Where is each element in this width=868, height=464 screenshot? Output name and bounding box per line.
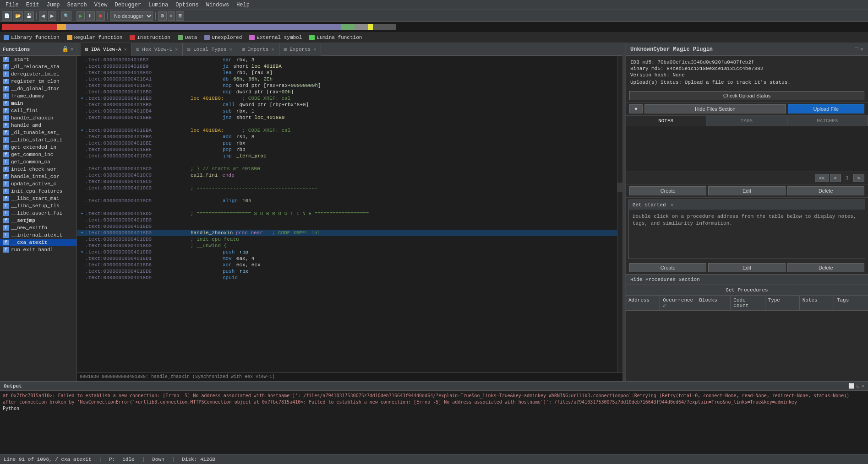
list-item[interactable]: f __cxa_atexit [0, 239, 76, 246]
list-item[interactable]: f call_fini [0, 107, 76, 114]
list-item[interactable]: f handle_amd [0, 122, 76, 129]
list-item[interactable]: f frame_dummy [0, 92, 76, 100]
tab-ida-view[interactable]: ⊞ IDA View-A ✕ [81, 43, 132, 56]
menu-view[interactable]: View [91, 2, 111, 8]
output-content[interactable]: at 0x7fbc7815a410>: Failed to establish … [0, 391, 868, 454]
toolbar-new[interactable]: 📄 [2, 11, 12, 21]
create-button-1[interactable]: Create [629, 186, 706, 195]
hide-files-button[interactable]: Hide Files Section [644, 104, 786, 113]
delete-button-2[interactable]: Delete [787, 263, 864, 272]
list-item[interactable]: f __internal_atexit [0, 232, 76, 239]
func-label: __cxa_atexit [11, 240, 47, 245]
menu-windows[interactable]: Windows [202, 2, 233, 8]
list-item[interactable]: f run exit handl [0, 246, 76, 254]
tab-close-types[interactable]: ✕ [229, 47, 232, 52]
toolbar-open[interactable]: 📂 [13, 11, 23, 21]
toolbar-extra2[interactable]: ≡ [168, 11, 175, 21]
tab-close-hex[interactable]: ✕ [175, 47, 178, 52]
functions-close-icon[interactable]: ✕ [71, 46, 74, 53]
tab-local-types[interactable]: ⊞ Local Types ✕ [183, 43, 237, 56]
legend-label-unexplored: Unexplored [212, 35, 242, 40]
list-item[interactable]: f handle_zhaoxin [0, 114, 76, 122]
edit-button-2[interactable]: Edit [708, 263, 785, 272]
list-item[interactable]: f init_cpu_features [0, 188, 76, 195]
hide-procedures-button[interactable]: Hide Procedures Section [626, 274, 868, 285]
menu-jump[interactable]: Jump [43, 2, 64, 8]
tab-matches[interactable]: MATCHES [787, 116, 868, 126]
toolbar-search[interactable]: 🔍 [61, 11, 71, 21]
tab-icon: ⊞ [85, 46, 88, 52]
list-item[interactable]: f _dl_tunable_set_ [0, 129, 76, 136]
list-item[interactable]: f __libc_start_mai [0, 195, 76, 202]
plugin-min-icon[interactable]: _ [850, 46, 853, 53]
delete-button-1[interactable]: Delete [787, 186, 864, 195]
list-item[interactable]: f intel_check_wor [0, 166, 76, 173]
code-line: .text:00000000004018D0; init_cpu_featu [77, 236, 617, 243]
list-item[interactable]: f _start [0, 56, 76, 63]
menu-file[interactable]: File [2, 2, 22, 8]
output-max-icon[interactable]: ⊡ [857, 383, 860, 389]
func-label: __new_exitfn [11, 225, 47, 231]
toolbar-forward[interactable]: ▶ [48, 11, 56, 21]
crud-row-2: Create Edit Delete [626, 261, 868, 274]
menu-help[interactable]: Help [233, 2, 253, 8]
create-button-2[interactable]: Create [629, 263, 706, 272]
tab-tags[interactable]: TAGS [706, 116, 787, 126]
page-prev-button[interactable]: < [830, 174, 841, 182]
page-next-button[interactable]: > [853, 174, 864, 182]
list-item[interactable]: f __libc_setup_tls [0, 202, 76, 210]
list-item[interactable]: f update_active_c [0, 180, 76, 188]
tab-close-exports[interactable]: ✕ [313, 47, 316, 52]
toolbar-save[interactable]: 💾 [24, 11, 34, 21]
debugger-select[interactable]: No debugger [110, 11, 153, 21]
functions-lock-icon[interactable]: 🔒 [62, 46, 69, 53]
code-line: .text:00000000004018D0; __unwind { [77, 243, 617, 249]
menu-debugger[interactable]: Debugger [111, 2, 145, 8]
plugin-max-icon[interactable]: □ [855, 46, 858, 53]
plugin-header: UnknownCyber Magic Plugin _ □ ✕ [626, 43, 868, 56]
list-item[interactable]: f main [0, 100, 76, 107]
list-item[interactable]: f get_common_ca [0, 158, 76, 166]
list-item[interactable]: f __libc_assert_fai [0, 210, 76, 217]
func-label: call_fini [11, 108, 38, 113]
list-item[interactable]: f __new_exitfn [0, 224, 76, 232]
toolbar-extra1[interactable]: ⚙ [158, 11, 167, 21]
list-item[interactable]: f __do_global_dtor [0, 85, 76, 92]
tab-exports[interactable]: ⊞ Exports ✕ [279, 43, 322, 56]
list-item[interactable]: f _dl_relocate_sta [0, 63, 76, 70]
toolbar-stop[interactable]: ⏹ [96, 11, 105, 21]
toolbar-run[interactable]: ▶ [76, 11, 85, 21]
tab-close-imports[interactable]: ✕ [271, 47, 274, 52]
list-item[interactable]: f get_extended_in [0, 144, 76, 151]
list-item[interactable]: f __libc_start_call [0, 136, 76, 144]
menu-edit[interactable]: Edit [22, 2, 43, 8]
tab-close-ida[interactable]: ✕ [124, 47, 127, 52]
check-upload-button[interactable]: Check Upload Status [629, 91, 864, 100]
upload-file-button[interactable]: Upload File [788, 104, 864, 113]
menu-lumina[interactable]: Lumina [145, 2, 172, 8]
page-first-button[interactable]: << [815, 174, 829, 182]
output-close-icon[interactable]: ✕ [861, 383, 864, 389]
files-dropdown-button[interactable]: ▼ [629, 104, 643, 113]
menu-options[interactable]: Options [172, 2, 202, 8]
toolbar-back[interactable]: ◀ [39, 11, 47, 21]
edit-button-1[interactable]: Edit [708, 186, 785, 195]
list-item[interactable]: f __setjmp [0, 217, 76, 224]
tab-imports[interactable]: ⊞ Imports ✕ [237, 43, 279, 56]
plugin-close-icon[interactable]: ✕ [860, 46, 863, 53]
code-view[interactable]: .text:0000000004018B7sarrbx, 3 .text:000… [77, 56, 617, 372]
menu-search[interactable]: Search [63, 2, 90, 8]
output-min-icon[interactable]: ⬜ [848, 383, 855, 389]
toolbar-extra3[interactable]: ≣ [176, 11, 184, 21]
tab-hex-view[interactable]: ⊞ Hex View-1 ✕ [132, 43, 183, 56]
list-item[interactable]: f register_tm_clon [0, 78, 76, 85]
toolbar-pause[interactable]: ⏸ [86, 11, 95, 21]
status-sep3: | [172, 457, 175, 462]
prog-lib [2, 24, 57, 30]
tab-notes[interactable]: NOTES [626, 116, 706, 126]
list-item[interactable]: f deregister_tm_cl [0, 70, 76, 78]
list-item[interactable]: f get_common_inc [0, 151, 76, 158]
hide-procedures-label: Hide Procedures Section [630, 277, 700, 282]
get-started-close-button[interactable]: ✕ [671, 202, 674, 208]
list-item[interactable]: f handle_intel_cor [0, 173, 76, 180]
